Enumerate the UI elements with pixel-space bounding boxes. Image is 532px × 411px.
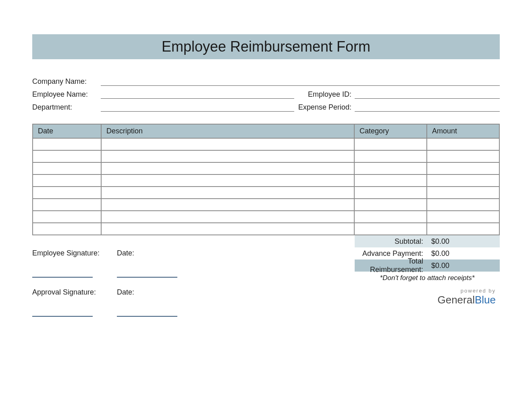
subtotal-label: Subtotal: [355, 237, 427, 246]
cell-cat[interactable] [354, 150, 427, 162]
department-label: Department: [32, 103, 101, 112]
brand-name-b: Blue [475, 294, 496, 306]
cell-cat[interactable] [354, 211, 427, 223]
employee-signature-input[interactable] [32, 269, 93, 278]
cell-desc[interactable] [101, 150, 354, 162]
cell-date[interactable] [33, 211, 101, 223]
table-row [33, 199, 499, 211]
company-name-input[interactable] [101, 77, 500, 86]
brand-name: GeneralBlue [355, 294, 496, 306]
cell-amt[interactable] [427, 162, 499, 174]
expense-period-label: Expense Period: [294, 103, 355, 112]
table-row [33, 223, 499, 235]
form-title: Employee Reimbursement Form [32, 34, 500, 59]
cell-date[interactable] [33, 174, 101, 187]
table-row [33, 162, 499, 174]
cell-cat[interactable] [354, 138, 427, 150]
total-reimbursement-label: Total Reimbursement: [355, 257, 427, 274]
cell-amt[interactable] [427, 138, 499, 150]
expense-period-input[interactable] [355, 103, 500, 112]
cell-desc[interactable] [101, 138, 354, 150]
cell-cat[interactable] [354, 162, 427, 174]
employee-signature-date-label: Date: [117, 249, 177, 257]
expense-table: Date Description Category Amount [32, 124, 500, 235]
cell-date[interactable] [33, 162, 101, 174]
cell-cat[interactable] [354, 199, 427, 211]
total-reimbursement-value: $0.00 [427, 262, 500, 270]
cell-desc[interactable] [101, 199, 354, 211]
cell-date[interactable] [33, 223, 101, 235]
cell-desc[interactable] [101, 187, 354, 199]
cell-date[interactable] [33, 187, 101, 199]
powered-by-label: powered by [355, 288, 496, 294]
approval-signature-input[interactable] [32, 308, 93, 317]
header-description: Description [101, 124, 354, 138]
department-input[interactable] [101, 103, 294, 112]
totals-section: Subtotal: $0.00 Advance Payment: $0.00 T… [355, 235, 500, 327]
cell-amt[interactable] [427, 199, 499, 211]
employee-id-input[interactable] [355, 90, 500, 99]
approval-signature-date-input[interactable] [117, 308, 177, 317]
cell-amt[interactable] [427, 211, 499, 223]
cell-amt[interactable] [427, 150, 499, 162]
table-row [33, 211, 499, 223]
table-row [33, 187, 499, 199]
approval-signature-date-label: Date: [117, 288, 177, 297]
cell-desc[interactable] [101, 162, 354, 174]
table-row [33, 174, 499, 187]
advance-payment-label: Advance Payment: [355, 249, 427, 258]
employee-id-label: Employee ID: [294, 90, 355, 99]
cell-amt[interactable] [427, 174, 499, 187]
header-category: Category [354, 124, 427, 138]
brand-footer: powered by GeneralBlue [355, 288, 500, 306]
employee-signature-date-input[interactable] [117, 269, 177, 278]
header-amount: Amount [427, 124, 499, 138]
company-name-label: Company Name: [32, 77, 101, 86]
employee-name-input[interactable] [101, 90, 294, 99]
cell-cat[interactable] [354, 174, 427, 187]
cell-date[interactable] [33, 199, 101, 211]
brand-name-a: General [437, 294, 475, 306]
cell-amt[interactable] [427, 187, 499, 199]
cell-desc[interactable] [101, 211, 354, 223]
table-row [33, 138, 499, 150]
employee-info: Company Name: Employee Name: Employee ID… [32, 75, 500, 112]
cell-date[interactable] [33, 138, 101, 150]
cell-cat[interactable] [354, 223, 427, 235]
approval-signature-label: Approval Signature: [32, 288, 117, 297]
employee-signature-label: Employee Signature: [32, 249, 117, 257]
advance-payment-value: $0.00 [427, 249, 500, 258]
employee-name-label: Employee Name: [32, 90, 101, 99]
cell-cat[interactable] [354, 187, 427, 199]
receipt-reminder: *Don't forget to attach receipts* [355, 274, 500, 282]
subtotal-value: $0.00 [427, 237, 500, 246]
cell-amt[interactable] [427, 223, 499, 235]
header-date: Date [33, 124, 101, 138]
table-row [33, 150, 499, 162]
cell-desc[interactable] [101, 223, 354, 235]
cell-date[interactable] [33, 150, 101, 162]
cell-desc[interactable] [101, 174, 354, 187]
